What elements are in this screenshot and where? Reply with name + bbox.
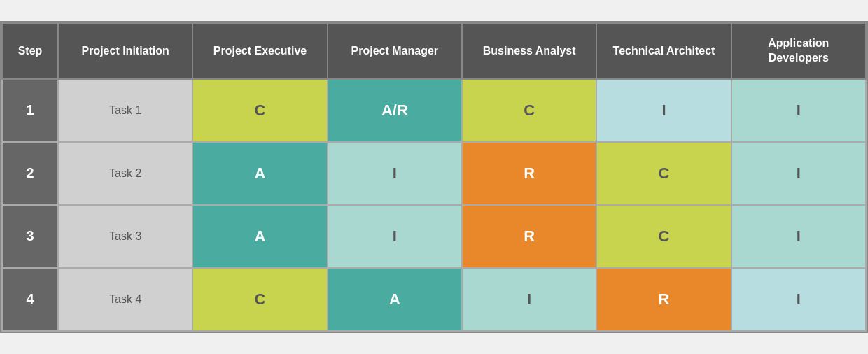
task-label-1: Task 1 (58, 79, 192, 142)
step-num-1: 1 (2, 79, 58, 142)
step-num-4: 4 (2, 268, 58, 331)
cell-project_executive-row3: A (192, 205, 327, 268)
cell-project_manager-row4: A (328, 268, 462, 331)
cell-application_developers-row3: I (732, 205, 866, 268)
table-row: 2Task 2AIRCI (2, 142, 866, 205)
cell-business_analyst-row1: C (462, 79, 596, 142)
task-label-4: Task 4 (58, 268, 192, 331)
cell-project_executive-row1: C (192, 79, 327, 142)
table-row: 1Task 1CA/RCII (2, 79, 866, 142)
cell-project_manager-row1: A/R (328, 79, 462, 142)
table-row: 4Task 4CAIRI (2, 268, 866, 331)
cell-application_developers-row1: I (732, 79, 866, 142)
cell-business_analyst-row4: I (462, 268, 596, 331)
cell-project_manager-row2: I (328, 142, 462, 205)
header-application-developers: Application Developers (732, 23, 866, 79)
step-num-2: 2 (2, 142, 58, 205)
task-label-3: Task 3 (58, 205, 192, 268)
header-project-manager: Project Manager (328, 23, 462, 79)
header-row: Step Project Initiation Project Executiv… (2, 23, 866, 79)
cell-technical_architect-row3: C (596, 205, 731, 268)
cell-application_developers-row2: I (732, 142, 866, 205)
table-row: 3Task 3AIRCI (2, 205, 866, 268)
cell-application_developers-row4: I (732, 268, 866, 331)
header-technical-architect: Technical Architect (596, 23, 731, 79)
cell-business_analyst-row3: R (462, 205, 596, 268)
header-step: Step (2, 23, 58, 79)
header-business-analyst: Business Analyst (462, 23, 596, 79)
raci-table-wrapper: Step Project Initiation Project Executiv… (0, 21, 868, 333)
header-project-executive: Project Executive (192, 23, 327, 79)
cell-technical_architect-row2: C (596, 142, 731, 205)
cell-technical_architect-row4: R (596, 268, 731, 331)
cell-business_analyst-row2: R (462, 142, 596, 205)
cell-project_executive-row4: C (192, 268, 327, 331)
raci-table: Step Project Initiation Project Executiv… (1, 22, 867, 332)
step-num-3: 3 (2, 205, 58, 268)
cell-technical_architect-row1: I (596, 79, 731, 142)
cell-project_executive-row2: A (192, 142, 327, 205)
cell-project_manager-row3: I (328, 205, 462, 268)
task-label-2: Task 2 (58, 142, 192, 205)
header-project-initiation: Project Initiation (58, 23, 192, 79)
